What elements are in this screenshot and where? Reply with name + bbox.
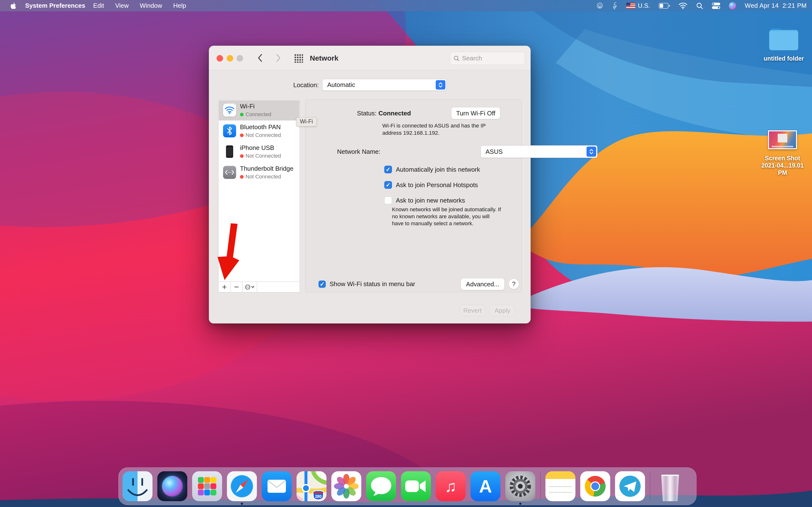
- dock-icon-system-preferences[interactable]: [505, 471, 535, 501]
- back-button[interactable]: [257, 53, 263, 63]
- checkbox-row-new-networks[interactable]: Ask to join new networks: [384, 196, 465, 204]
- service-name: Wi-Fi: [240, 103, 255, 110]
- menu-bar: System Preferences Edit View Window Help…: [0, 0, 812, 11]
- dock-icon-photos[interactable]: [331, 471, 361, 501]
- status-dot-red: [240, 175, 244, 179]
- status-dot-red: [240, 154, 244, 158]
- dock-icon-launchpad[interactable]: [192, 471, 222, 501]
- service-status: Not Connected: [246, 132, 281, 138]
- status-value: Connected: [378, 110, 411, 117]
- menu-view[interactable]: View: [115, 2, 129, 9]
- dock-icon-trash[interactable]: [655, 471, 685, 501]
- personal-hotspots-checkbox[interactable]: [384, 181, 392, 189]
- show-all-grid-icon[interactable]: [294, 54, 303, 63]
- new-networks-checkbox[interactable]: [384, 196, 392, 204]
- show-status-checkbox[interactable]: [318, 281, 326, 288]
- window-title: Network: [310, 54, 338, 62]
- service-name: iPhone USB: [240, 144, 274, 152]
- svg-text:280: 280: [315, 495, 322, 499]
- menu-help[interactable]: Help: [173, 2, 186, 9]
- turn-wifi-off-button[interactable]: Turn Wi-Fi Off: [451, 107, 500, 119]
- menu-window[interactable]: Window: [140, 2, 162, 9]
- wifi-menu-icon[interactable]: [678, 2, 687, 9]
- status-dot-red: [240, 133, 244, 137]
- dock-icon-music[interactable]: ♫: [436, 471, 466, 501]
- forward-button[interactable]: [275, 53, 282, 63]
- siri-icon[interactable]: [729, 2, 736, 9]
- dock: 280 ♫ A: [118, 467, 697, 505]
- help-button[interactable]: ?: [508, 279, 519, 289]
- sidebar-item-wifi[interactable]: Wi-Fi Connected: [219, 100, 299, 120]
- dock-icon-finder[interactable]: [122, 471, 152, 501]
- desktop-icon-label-line1: Screen Shot: [759, 155, 806, 162]
- auto-join-checkbox[interactable]: [384, 166, 392, 173]
- wifi-service-icon: [223, 104, 236, 117]
- checkbox-row-personal-hotspots[interactable]: Ask to join Personal Hotspots: [384, 181, 478, 189]
- dock-icon-safari[interactable]: [227, 471, 257, 501]
- apple-menu-icon[interactable]: [10, 2, 16, 9]
- close-button[interactable]: [216, 55, 223, 62]
- window-titlebar[interactable]: Network Search: [209, 46, 530, 70]
- known-networks-help-text: Known networks will be joined automatica…: [392, 206, 501, 227]
- checkbox-label: Automatically join this network: [396, 166, 480, 173]
- service-name: Thunderbolt Bridge: [240, 165, 293, 172]
- menu-edit[interactable]: Edit: [93, 2, 104, 9]
- annotation-arrow: [213, 217, 244, 285]
- dock-icon-messages[interactable]: [366, 471, 396, 501]
- sidebar-item-bluetooth-pan[interactable]: Bluetooth PAN Not Connected: [219, 121, 299, 141]
- thunderbolt-service-icon: [223, 166, 236, 179]
- revert-button[interactable]: Revert: [460, 305, 485, 316]
- dock-icon-notes[interactable]: [546, 471, 575, 501]
- sidebar-item-thunderbolt-bridge[interactable]: Thunderbolt Bridge Not Connected: [219, 163, 299, 183]
- dock-icon-siri[interactable]: [157, 471, 187, 501]
- input-source-flag-icon[interactable]: [626, 3, 636, 9]
- service-status: Not Connected: [246, 153, 281, 159]
- menubar-app-name[interactable]: System Preferences: [25, 2, 85, 9]
- dock-icon-facetime[interactable]: [401, 471, 431, 501]
- dock-icon-mail[interactable]: [262, 471, 292, 501]
- location-popup[interactable]: Automatic: [322, 79, 447, 91]
- spotlight-icon[interactable]: [696, 2, 703, 9]
- status-description: Wi-Fi is connected to ASUS and has the I…: [382, 122, 492, 137]
- dock-icon-maps[interactable]: 280: [297, 471, 326, 501]
- checkbox-row-show-status[interactable]: Show Wi-Fi status in menu bar: [318, 280, 415, 288]
- action-menu-button[interactable]: [243, 282, 257, 292]
- zoom-button[interactable]: [237, 55, 243, 62]
- desktop-icon-label: untitled folder: [761, 55, 806, 62]
- location-label: Location:: [270, 81, 319, 89]
- desktop-icon-folder[interactable]: untitled folder: [761, 27, 806, 62]
- checkbox-label: Ask to join new networks: [396, 197, 465, 204]
- dock-icon-chrome[interactable]: [580, 471, 610, 501]
- menubar-clock[interactable]: Wed Apr 14 2:21 PM: [745, 2, 807, 9]
- status-circles-icon[interactable]: [596, 2, 603, 9]
- desktop-icon-screenshot[interactable]: Screen Shot 2021-04...19.01 PM: [759, 130, 806, 176]
- dock-icon-app-store[interactable]: A: [470, 471, 501, 501]
- wifi-settings-panel: Status: Connected Turn Wi-Fi Off Wi-Fi i…: [305, 100, 522, 292]
- input-source-label[interactable]: U.S.: [638, 2, 650, 9]
- battery-icon[interactable]: [659, 3, 670, 9]
- network-preferences-window: Network Search Location: Automatic Wi-Fi…: [209, 46, 531, 324]
- bluetooth-service-icon: [223, 124, 236, 137]
- dock-icon-telegram[interactable]: [615, 471, 645, 501]
- checkbox-row-auto-join[interactable]: Automatically join this network: [384, 166, 480, 173]
- service-status: Not Connected: [246, 174, 281, 180]
- network-name-value: ASUS: [481, 148, 503, 156]
- apply-button[interactable]: Apply: [490, 305, 515, 316]
- desktop: { "menu_bar": { "app_name": "System Pref…: [0, 0, 812, 507]
- popup-stepper-icon: [436, 80, 445, 90]
- dock-divider: [540, 473, 541, 500]
- checkbox-label: Show Wi-Fi status in menu bar: [329, 280, 415, 288]
- screenshot-thumbnail-icon: [768, 130, 797, 149]
- sidebar-item-iphone-usb[interactable]: iPhone USB Not Connected: [219, 142, 299, 162]
- desktop-icon-label-line2: 2021-04...19.01 PM: [759, 162, 806, 176]
- advanced-button[interactable]: Advanced...: [461, 278, 505, 290]
- search-field[interactable]: Search: [450, 52, 525, 65]
- status-dragon-icon[interactable]: [612, 2, 617, 10]
- network-name-popup[interactable]: ASUS: [480, 145, 597, 158]
- location-popup-value: Automatic: [322, 81, 355, 89]
- minimize-button[interactable]: [227, 55, 233, 62]
- network-name-label: Network Name:: [320, 148, 380, 156]
- folder-icon: [768, 27, 799, 51]
- dock-divider: [650, 473, 650, 500]
- control-center-icon[interactable]: [712, 3, 720, 9]
